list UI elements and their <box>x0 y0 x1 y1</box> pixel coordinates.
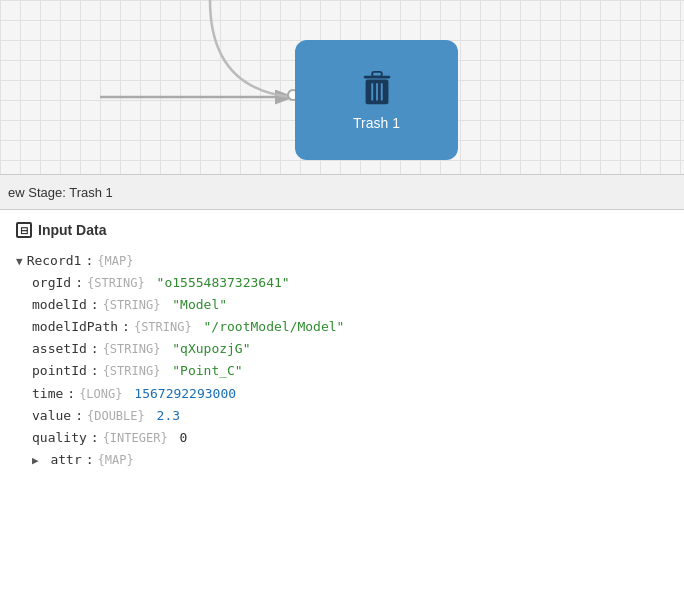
stage-header: ew Stage: Trash 1 <box>0 175 684 210</box>
canvas-area: Trash 1 <box>0 0 684 175</box>
record-type: {MAP} <box>97 251 133 271</box>
section-header: ⊟ Input Data <box>16 222 668 238</box>
trash-node[interactable]: Trash 1 <box>295 40 458 160</box>
attr-toggle[interactable]: ▶ <box>32 452 39 471</box>
collapse-icon[interactable]: ⊟ <box>16 222 32 238</box>
field-row-orgId: orgId : {STRING} "o15554837323641" <box>16 272 668 294</box>
field-row-pointId: pointId : {STRING} "Point_C" <box>16 360 668 382</box>
trash-node-label: Trash 1 <box>353 115 400 131</box>
stage-header-text: ew Stage: Trash 1 <box>8 185 113 200</box>
field-row-value: value : {DOUBLE} 2.3 <box>16 405 668 427</box>
record-toggle[interactable]: ▼ <box>16 253 23 272</box>
record-root-row: ▼ Record1 : {MAP} <box>16 250 668 272</box>
field-row-quality: quality : {INTEGER} 0 <box>16 427 668 449</box>
field-row-modelIdPath: modelIdPath : {STRING} "/rootModel/Model… <box>16 316 668 338</box>
record-name: Record1 <box>27 250 82 272</box>
section-label: Input Data <box>38 222 106 238</box>
record-tree: ▼ Record1 : {MAP} orgId : {STRING} "o155… <box>16 250 668 471</box>
field-row-assetId: assetId : {STRING} "qXupozjG" <box>16 338 668 360</box>
field-row-attr: ▶ attr : {MAP} <box>16 449 668 471</box>
trash-icon <box>359 69 395 109</box>
field-row-modelId: modelId : {STRING} "Model" <box>16 294 668 316</box>
input-data-section: ⊟ Input Data ▼ Record1 : {MAP} orgId : {… <box>0 210 684 598</box>
svg-rect-1 <box>372 72 382 77</box>
field-row-time: time : {LONG} 1567292293000 <box>16 383 668 405</box>
